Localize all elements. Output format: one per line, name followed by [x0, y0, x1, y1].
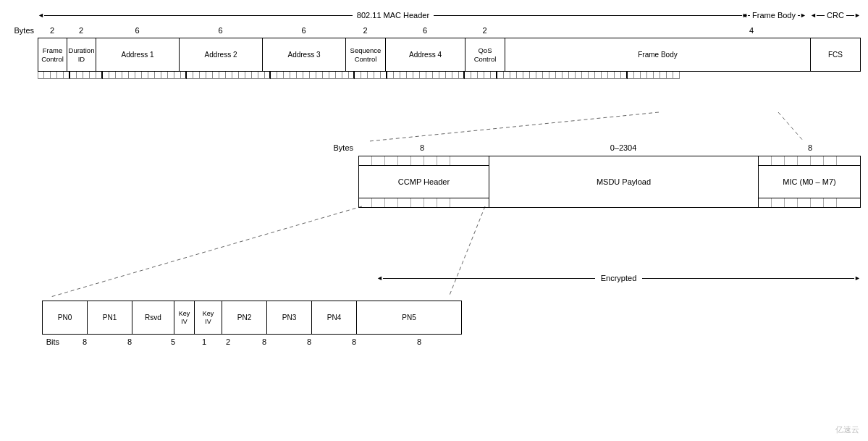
- field-address4: Address 4: [386, 38, 465, 71]
- bot-section: PN0 PN1 Rsvd KeyIV KeyIV PN2 PN3 PN4 PN5…: [42, 301, 462, 346]
- bot-field-pn4: PN4: [312, 301, 357, 334]
- crc-left-arrow: ◄: [810, 12, 817, 19]
- bot-field-pn3: PN3: [267, 301, 312, 334]
- byte-count-a4: 6: [385, 26, 465, 35]
- bytes-label-top: Bytes: [7, 26, 38, 35]
- svg-line-3: [449, 206, 485, 297]
- mac-left-arrow: ◄: [38, 12, 44, 19]
- field-frame-control: FrameControl: [38, 38, 67, 71]
- bit-count-pn1: 8: [107, 337, 152, 346]
- bit-count-rsvd: 5: [152, 337, 194, 346]
- field-duration-id: DurationID: [67, 38, 96, 71]
- bot-bits-row: Bits 8 8 5 1 2 8 8 8 8: [42, 337, 462, 346]
- byte-count-seq: 2: [345, 26, 385, 35]
- byte-count-fcs: 4: [642, 26, 861, 35]
- field-address1: Address 1: [96, 38, 180, 71]
- top-bit-grid: [38, 72, 861, 79]
- mid-byte-counts: 8 0–2304 8: [357, 143, 861, 152]
- field-frame-body: Frame Body: [505, 38, 811, 71]
- mid-byte-ccmp: 8: [357, 143, 487, 152]
- encrypted-row: ◄ Encrypted ►: [376, 274, 861, 282]
- bot-field-pn1: PN1: [88, 301, 132, 334]
- bot-field-keyid1: KeyIV: [174, 301, 195, 334]
- crc-label: CRC: [825, 11, 846, 20]
- bit-count-pn5: 8: [376, 337, 462, 346]
- crc-right-arrow: ►: [854, 12, 861, 19]
- diagram-container: ◄ 802.11 MAC Header ► ◄ Frame Body ► ◄ C…: [0, 0, 868, 441]
- svg-line-1: [778, 112, 804, 141]
- bot-field-keyid2: KeyIV: [195, 301, 222, 334]
- bits-label: Bits: [42, 337, 62, 346]
- svg-line-0: [369, 112, 659, 141]
- field-address3: Address 3: [263, 38, 346, 71]
- bytes-label-mid: Bytes: [322, 143, 357, 152]
- bit-count-pn4: 8: [332, 337, 376, 346]
- byte-count-a2: 6: [179, 26, 262, 35]
- top-section: ◄ 802.11 MAC Header ► ◄ Frame Body ► ◄ C…: [7, 7, 861, 79]
- svg-line-2: [51, 206, 362, 297]
- byte-count-a3: 6: [262, 26, 345, 35]
- bit-count-pn2: 8: [242, 337, 287, 346]
- mac-header-label: 802.11 MAC Header: [353, 11, 434, 20]
- byte-count-fb: [505, 26, 642, 35]
- byte-count-fc: 2: [38, 26, 67, 35]
- bit-count-keyiv2: 2: [214, 337, 242, 346]
- bot-field-pn5: PN5: [357, 301, 461, 334]
- field-address2: Address 2: [180, 38, 263, 71]
- mid-fields-row: CCMP Header MSDU Payload: [358, 156, 861, 208]
- bot-field-rsvd: Rsvd: [132, 301, 174, 334]
- field-fcs: FCS: [811, 38, 860, 71]
- mid-byte-mic: 8: [759, 143, 861, 152]
- mid-field-mic: MIC (M0 – M7): [759, 166, 860, 198]
- bit-count-pn3: 8: [287, 337, 332, 346]
- fb-right-arrow: ►: [800, 12, 806, 19]
- bit-count-keyiv1: 1: [194, 337, 214, 346]
- mid-byte-msdu: 0–2304: [487, 143, 759, 152]
- watermark: 亿速云: [835, 424, 859, 435]
- byte-count-a1: 6: [96, 26, 179, 35]
- bot-field-pn0: PN0: [43, 301, 88, 334]
- byte-counts-row: 2 2 6 6 6 2 6 2 4: [38, 26, 861, 35]
- fb-left-arrow: ◄: [741, 12, 748, 19]
- byte-count-qos: 2: [465, 26, 505, 35]
- bit-count-pn0: 8: [62, 337, 107, 346]
- encrypted-label: Encrypted: [595, 274, 643, 282]
- mid-field-msdu: MSDU Payload: [489, 156, 759, 207]
- enc-left-arrow: ◄: [376, 274, 383, 282]
- field-qos-control: QoSControl: [465, 38, 505, 71]
- field-sequence-control: SequenceControl: [346, 38, 386, 71]
- bot-fields-row: PN0 PN1 Rsvd KeyIV KeyIV PN2 PN3 PN4 PN5: [42, 301, 462, 335]
- fb-label: Frame Body: [750, 11, 798, 20]
- bot-field-pn2: PN2: [222, 301, 267, 334]
- byte-count-dur: 2: [67, 26, 96, 35]
- mid-section: Bytes 8 0–2304 8: [322, 141, 861, 208]
- top-fields-row: FrameControl DurationID Address 1 Addres…: [38, 38, 861, 72]
- enc-right-arrow: ►: [854, 274, 861, 282]
